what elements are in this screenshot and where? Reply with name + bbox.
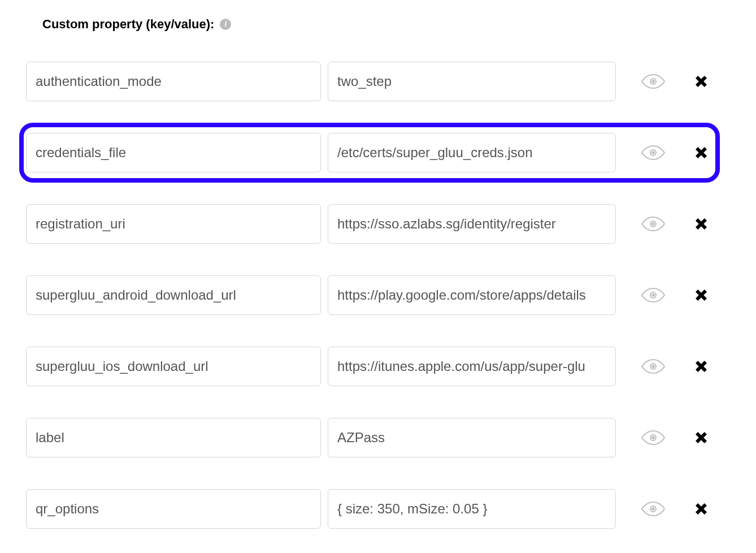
section-title: Custom property (key/value): bbox=[42, 17, 214, 32]
property-row bbox=[23, 274, 716, 317]
remove-icon[interactable] bbox=[693, 500, 710, 517]
row-actions bbox=[641, 215, 710, 232]
property-key-input[interactable] bbox=[26, 489, 321, 529]
property-key-input[interactable] bbox=[26, 347, 321, 386]
remove-icon[interactable] bbox=[693, 215, 710, 232]
property-value-input[interactable] bbox=[328, 275, 616, 315]
property-row bbox=[23, 60, 716, 103]
property-key-input[interactable] bbox=[26, 133, 321, 172]
property-key-input[interactable] bbox=[26, 418, 321, 457]
svg-point-7 bbox=[652, 294, 654, 296]
remove-icon[interactable] bbox=[693, 144, 710, 161]
property-row bbox=[23, 202, 716, 245]
remove-icon[interactable] bbox=[693, 287, 710, 304]
property-value-input[interactable] bbox=[328, 489, 616, 529]
property-key-input[interactable] bbox=[26, 62, 321, 101]
property-row bbox=[23, 126, 716, 179]
svg-point-11 bbox=[652, 437, 654, 439]
svg-point-9 bbox=[652, 365, 654, 368]
remove-icon[interactable] bbox=[693, 429, 710, 446]
property-row bbox=[23, 345, 716, 388]
property-value-input[interactable] bbox=[328, 133, 616, 172]
property-row bbox=[23, 487, 716, 530]
property-row bbox=[23, 416, 716, 459]
reveal-icon[interactable] bbox=[641, 287, 666, 304]
row-actions bbox=[641, 73, 710, 90]
row-actions bbox=[641, 287, 710, 304]
reveal-icon[interactable] bbox=[641, 500, 666, 517]
svg-point-1 bbox=[652, 80, 654, 83]
reveal-icon[interactable] bbox=[641, 144, 666, 161]
property-value-input[interactable] bbox=[328, 204, 616, 244]
property-value-input[interactable] bbox=[328, 418, 616, 457]
svg-point-3 bbox=[652, 152, 654, 154]
remove-icon[interactable] bbox=[693, 358, 710, 375]
svg-point-13 bbox=[652, 508, 654, 510]
row-actions bbox=[641, 144, 710, 161]
reveal-icon[interactable] bbox=[641, 429, 666, 446]
property-key-input[interactable] bbox=[26, 204, 321, 244]
reveal-icon[interactable] bbox=[641, 215, 666, 232]
info-icon[interactable]: i bbox=[220, 19, 231, 30]
property-value-input[interactable] bbox=[328, 347, 616, 386]
row-actions bbox=[641, 500, 710, 517]
row-actions bbox=[641, 429, 710, 446]
section-header: Custom property (key/value): i bbox=[42, 17, 716, 32]
reveal-icon[interactable] bbox=[641, 73, 666, 90]
property-rows bbox=[23, 60, 716, 530]
property-value-input[interactable] bbox=[328, 62, 616, 101]
remove-icon[interactable] bbox=[693, 73, 710, 90]
reveal-icon[interactable] bbox=[641, 358, 666, 375]
property-key-input[interactable] bbox=[26, 275, 321, 315]
row-actions bbox=[641, 358, 710, 375]
svg-point-5 bbox=[652, 223, 654, 225]
